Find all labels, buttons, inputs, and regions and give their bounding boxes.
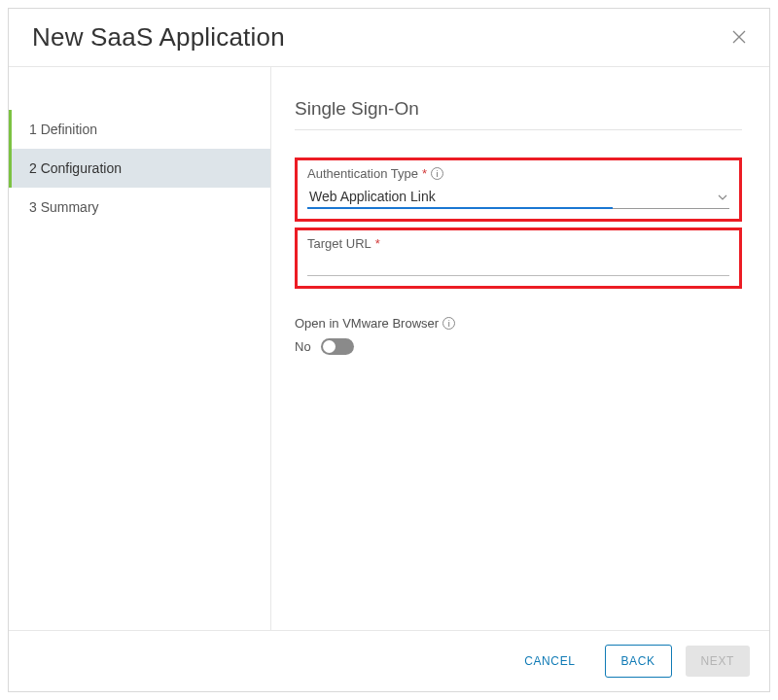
select-underline [307,207,613,209]
open-browser-label: Open in VMware Browser [295,316,439,331]
target-url-label-row: Target URL * [307,236,729,251]
info-icon[interactable]: i [442,317,455,330]
auth-type-field: Authentication Type * i Web Application … [307,166,729,209]
open-browser-toggle[interactable] [321,338,354,355]
close-icon [732,28,746,48]
config-panel: Single Sign-On Authentication Type * i W… [271,67,769,630]
close-button[interactable] [732,29,746,47]
wizard-step-label: 1 Definition [29,122,97,137]
dialog-body: 1 Definition 2 Configuration 3 Summary S… [9,66,769,631]
open-browser-toggle-row: No [295,338,742,355]
cancel-button[interactable]: CANCEL [509,646,590,677]
next-button: NEXT [686,646,750,677]
wizard-step-summary[interactable]: 3 Summary [9,188,270,227]
wizard-step-label: 2 Configuration [29,160,122,176]
dialog-title: New SaaS Application [32,22,285,52]
auth-type-select[interactable]: Web Application Link [307,185,729,209]
required-indicator: * [375,236,380,251]
open-browser-value: No [295,339,311,354]
wizard-step-label: 3 Summary [29,199,99,215]
dialog-header: New SaaS Application [9,9,769,66]
back-button[interactable]: BACK [605,645,672,678]
saas-application-dialog: New SaaS Application 1 Definition 2 Conf… [8,8,770,692]
wizard-step-definition[interactable]: 1 Definition [9,110,270,149]
highlight-auth-type: Authentication Type * i Web Application … [295,158,742,222]
info-icon[interactable]: i [431,167,443,180]
auth-type-label-row: Authentication Type * i [307,166,729,181]
highlight-target-url: Target URL * [295,228,742,289]
toggle-knob [323,340,336,353]
chevron-down-icon [718,190,727,203]
dialog-footer: CANCEL BACK NEXT [9,631,769,691]
open-browser-field: Open in VMware Browser i No [295,316,742,355]
target-url-label: Target URL [307,236,371,251]
target-url-field: Target URL * [307,236,729,276]
section-title: Single Sign-On [295,98,742,130]
auth-type-value: Web Application Link [309,189,436,204]
wizard-step-configuration[interactable]: 2 Configuration [9,149,270,188]
required-indicator: * [422,166,427,181]
auth-type-label: Authentication Type [307,166,418,181]
target-url-input[interactable] [307,255,729,276]
wizard-sidebar: 1 Definition 2 Configuration 3 Summary [9,67,271,630]
open-browser-label-row: Open in VMware Browser i [295,316,742,331]
